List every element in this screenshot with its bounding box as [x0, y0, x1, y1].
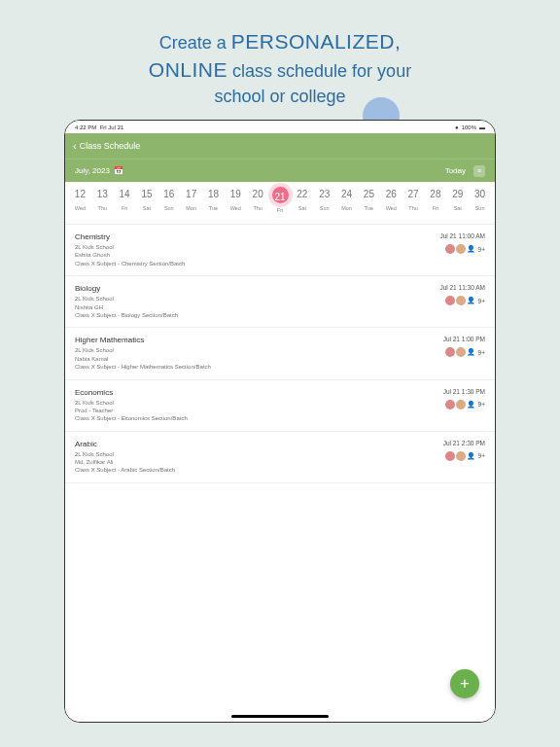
class-desc: Class X Subject - Higher Mathematics Sec…: [75, 363, 485, 371]
month-picker[interactable]: July, 2023 📅: [75, 166, 123, 175]
filter-icon[interactable]: ≡: [473, 165, 485, 177]
class-desc: Class X Subject - Biology Section/Batch: [75, 311, 485, 319]
day-cell[interactable]: 15Sat: [136, 187, 158, 224]
day-cell[interactable]: 19Wed: [225, 187, 247, 224]
attendee-count: 9+: [478, 401, 485, 408]
class-desc: Class X Subject - Economics Section/Batc…: [75, 414, 485, 422]
day-name: Mon: [335, 205, 358, 211]
nav-bar: ‹ Class Schedule: [65, 133, 495, 159]
class-school: 2L Kids School: [75, 346, 485, 354]
day-cell[interactable]: 25Tue: [358, 187, 380, 224]
promo-headline: Create a PERSONALIZED, ONLINE class sche…: [0, 0, 560, 126]
back-icon[interactable]: ‹: [73, 140, 77, 152]
today-button[interactable]: Today: [445, 166, 466, 175]
avatar: [445, 347, 455, 357]
class-item[interactable]: Biology2L Kids SchoolNishita GHClass X S…: [65, 276, 495, 328]
attendee-count: 9+: [478, 452, 485, 459]
class-time: Jul 21 2:30 PM: [443, 440, 485, 446]
class-time: Jul 21 11:30 AM: [439, 284, 485, 291]
day-number: 17: [180, 187, 202, 201]
day-cell[interactable]: 13Thu: [91, 187, 114, 224]
day-cell[interactable]: 22Sat: [291, 187, 313, 224]
day-name: Fri: [114, 205, 136, 211]
attendee-count: 9+: [478, 246, 485, 253]
attendee-group: 👤9+: [445, 451, 485, 461]
class-title: Chemistry: [75, 232, 485, 241]
home-indicator: [231, 715, 329, 718]
day-number: 21: [272, 187, 289, 203]
tablet-frame: 4:22 PM Fri Jul 21 ● 100% ▬ ‹ Class Sche…: [64, 120, 496, 723]
day-number: 19: [225, 187, 247, 201]
promo-emphasis: ONLINE: [149, 58, 228, 81]
person-icon: 👤: [467, 245, 475, 253]
day-cell[interactable]: 27Thu: [402, 187, 425, 224]
day-cell[interactable]: 14Fri: [114, 187, 136, 224]
attendee-count: 9+: [478, 298, 485, 304]
nav-title[interactable]: Class Schedule: [80, 141, 141, 151]
class-item[interactable]: Economics2L Kids SchoolProd - TeacherCla…: [65, 380, 495, 432]
day-name: Sun: [158, 205, 180, 211]
day-cell[interactable]: 24Mon: [335, 187, 358, 224]
day-name: Sat: [291, 205, 313, 211]
avatar: [456, 296, 466, 305]
avatar: [445, 296, 455, 305]
avatar: [456, 244, 466, 254]
day-name: Wed: [225, 205, 247, 211]
day-cell[interactable]: 17Mon: [180, 187, 202, 224]
person-icon: 👤: [467, 297, 475, 304]
class-desc: Class X Subject - Arabic Section/Batch: [75, 466, 485, 474]
day-name: Thu: [247, 205, 269, 211]
day-cell[interactable]: 21Fri: [269, 187, 292, 224]
wifi-icon: ●: [455, 124, 459, 130]
battery-icon: ▬: [479, 124, 485, 130]
day-name: Fri: [269, 207, 292, 213]
class-title: Higher Mathematics: [75, 336, 485, 344]
day-number: 20: [247, 187, 269, 201]
avatar: [445, 400, 455, 409]
day-name: Sat: [446, 205, 469, 211]
person-icon: 👤: [467, 452, 475, 460]
class-teacher: Nabia Kamal: [75, 355, 485, 363]
day-name: Mon: [180, 205, 202, 211]
class-school: 2L Kids School: [75, 450, 485, 458]
date-strip[interactable]: 12Wed13Thu14Fri15Sat16Sun17Mon18Tue19Wed…: [65, 182, 495, 225]
day-cell[interactable]: 26Wed: [380, 187, 402, 224]
avatar: [456, 347, 466, 357]
day-number: 18: [202, 187, 225, 201]
day-cell[interactable]: 18Tue: [202, 187, 225, 224]
attendee-group: 👤9+: [445, 400, 485, 409]
class-desc: Class X Subject - Chemistry Section/Batc…: [75, 260, 485, 267]
day-cell[interactable]: 30Sun: [469, 187, 491, 224]
class-teacher: Prod - Teacher: [75, 407, 485, 414]
class-item[interactable]: Chemistry2L Kids SchoolEshita GhoshClass…: [65, 225, 495, 276]
class-teacher: Nishita GH: [75, 303, 485, 311]
day-number: 15: [136, 187, 158, 201]
class-item[interactable]: Arabic2L Kids SchoolMd. Zulfikar AliClas…: [65, 432, 495, 483]
day-name: Wed: [380, 205, 402, 211]
day-number: 13: [91, 187, 114, 201]
day-cell[interactable]: 23Sun: [313, 187, 335, 224]
day-name: Thu: [91, 205, 114, 211]
day-number: 22: [291, 187, 313, 201]
class-teacher: Eshita Ghosh: [75, 251, 485, 259]
day-cell[interactable]: 29Sat: [446, 187, 469, 224]
class-title: Arabic: [75, 440, 485, 448]
day-cell[interactable]: 28Fri: [425, 187, 447, 224]
class-item[interactable]: Higher Mathematics2L Kids SchoolNabia Ka…: [65, 328, 495, 379]
class-school: 2L Kids School: [75, 399, 485, 407]
day-cell[interactable]: 12Wed: [69, 187, 91, 224]
add-button[interactable]: +: [450, 669, 479, 698]
calendar-icon: 📅: [114, 166, 123, 175]
status-time: 4:22 PM Fri Jul 21: [75, 124, 123, 130]
promo-emphasis: PERSONALIZED,: [231, 30, 402, 53]
promo-text: Create a: [159, 33, 231, 53]
day-number: 25: [358, 187, 380, 201]
day-number: 28: [425, 187, 447, 201]
attendee-group: 👤9+: [445, 244, 485, 254]
day-name: Sat: [136, 205, 158, 211]
day-cell[interactable]: 20Thu: [247, 187, 269, 224]
battery-label: 100%: [462, 124, 476, 130]
day-cell[interactable]: 16Sun: [158, 187, 180, 224]
avatar: [445, 244, 455, 254]
day-name: Tue: [358, 205, 380, 211]
